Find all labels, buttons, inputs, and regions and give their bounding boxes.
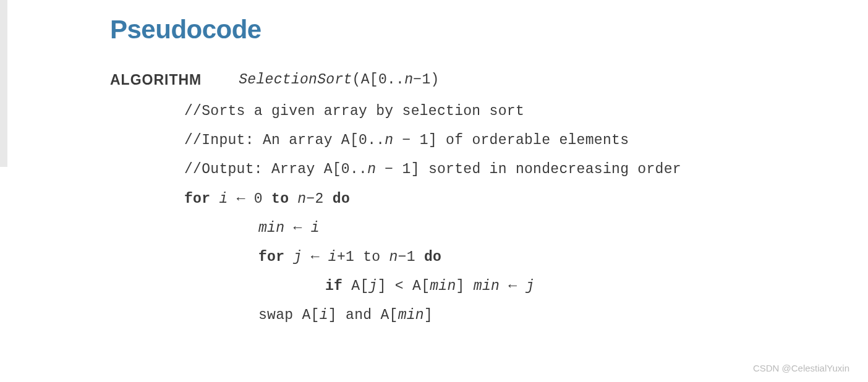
if-line: if A[j] < A[min] min ← j [110,272,868,301]
signature-text: SelectionSort(A[0..n−1) [239,66,439,95]
slide-title: Pseudocode [110,15,868,45]
pseudocode-block: ALGORITHM SelectionSort(A[0..n−1) //Sort… [110,66,868,330]
swap-line: swap A[i] and A[min] [110,301,868,330]
min-assign-line: min ← i [110,214,868,243]
comment-output: //Output: Array A[0..n − 1] sorted in no… [110,155,868,184]
left-sidebar-edge [0,0,7,167]
comment-sorts: //Sorts a given array by selection sort [110,97,868,126]
watermark-text: CSDN @CelestialYuxin [753,363,849,373]
algorithm-signature-line: ALGORITHM SelectionSort(A[0..n−1) [110,66,868,95]
slide-content: Pseudocode ALGORITHM SelectionSort(A[0..… [0,0,868,330]
inner-for-line: for j ← i+1 to n−1 do [110,243,868,272]
algorithm-label: ALGORITHM [110,66,202,95]
outer-for-line: for i ← 0 to n−2 do [110,185,868,214]
comment-input: //Input: An array A[0..n − 1] of orderab… [110,126,868,155]
